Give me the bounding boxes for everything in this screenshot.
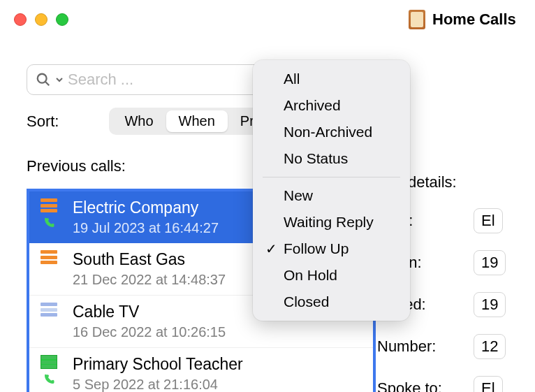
priority-bars-icon	[41, 198, 57, 212]
priority-bars-icon	[41, 355, 57, 369]
menu-item-follow-up[interactable]: Follow Up	[253, 235, 410, 262]
list-item-subtitle: 21 Dec 2022 at 14:48:37	[73, 272, 226, 288]
menu-item-no-status[interactable]: No Status	[253, 145, 410, 172]
detail-value-number[interactable]: 12	[474, 334, 506, 359]
menu-item-new[interactable]: New	[253, 182, 410, 209]
search-menu-chevron-icon[interactable]	[55, 75, 64, 84]
priority-bars-icon	[41, 250, 57, 264]
menu-item-closed[interactable]: Closed	[253, 289, 410, 315]
sort-segmented-control: Who When Pr	[109, 108, 269, 135]
svg-point-0	[38, 74, 47, 83]
titlebar: Home Calls	[0, 0, 535, 39]
phone-icon	[43, 217, 55, 229]
menu-separator	[263, 177, 400, 177]
detail-value-spoke-to[interactable]: El	[474, 376, 503, 392]
list-item-title: South East Gas	[73, 250, 226, 269]
phone-icon	[43, 373, 55, 386]
window-title: Home Calls	[432, 10, 516, 29]
close-window-button[interactable]	[14, 13, 27, 26]
detail-value-when[interactable]: 19	[474, 250, 506, 275]
previous-calls-label: Previous calls:	[27, 157, 126, 175]
detail-value-ended[interactable]: 19	[474, 292, 506, 317]
menu-item-waiting-reply[interactable]: Waiting Reply	[253, 209, 410, 235]
menu-item-archived[interactable]: Archived	[253, 92, 410, 119]
minimize-window-button[interactable]	[35, 13, 47, 26]
list-item-subtitle: 19 Jul 2023 at 16:44:27	[73, 220, 219, 236]
sort-option-when[interactable]: When	[166, 110, 228, 132]
search-icon	[36, 72, 51, 87]
priority-bars-icon	[41, 303, 57, 317]
detail-value-who[interactable]: El	[474, 208, 503, 233]
window-controls	[14, 13, 68, 26]
app-icon	[409, 10, 425, 29]
list-item-title: Primary School Teacher	[73, 355, 243, 374]
menu-item-all[interactable]: All	[253, 66, 410, 92]
list-item-title: Electric Company	[73, 198, 219, 217]
menu-item-non-archived[interactable]: Non-Archived	[253, 119, 410, 145]
menu-item-on-hold[interactable]: On Hold	[253, 262, 410, 289]
detail-label-spoke-to: Spoke to:	[377, 379, 461, 392]
sort-label: Sort:	[27, 112, 59, 131]
list-item-subtitle: 16 Dec 2022 at 10:26:15	[73, 324, 226, 340]
window-title-area: Home Calls	[409, 10, 516, 29]
sort-option-who[interactable]: Who	[112, 110, 166, 132]
list-item-subtitle: 5 Sep 2022 at 21:16:04	[73, 377, 243, 392]
detail-label-number: Number:	[377, 337, 461, 356]
list-item[interactable]: Primary School Teacher 5 Sep 2022 at 21:…	[29, 348, 373, 392]
filter-menu: All Archived Non-Archived No Status New …	[253, 60, 410, 321]
list-item-title: Cable TV	[73, 303, 226, 321]
zoom-window-button[interactable]	[56, 13, 68, 26]
svg-line-1	[45, 82, 50, 86]
